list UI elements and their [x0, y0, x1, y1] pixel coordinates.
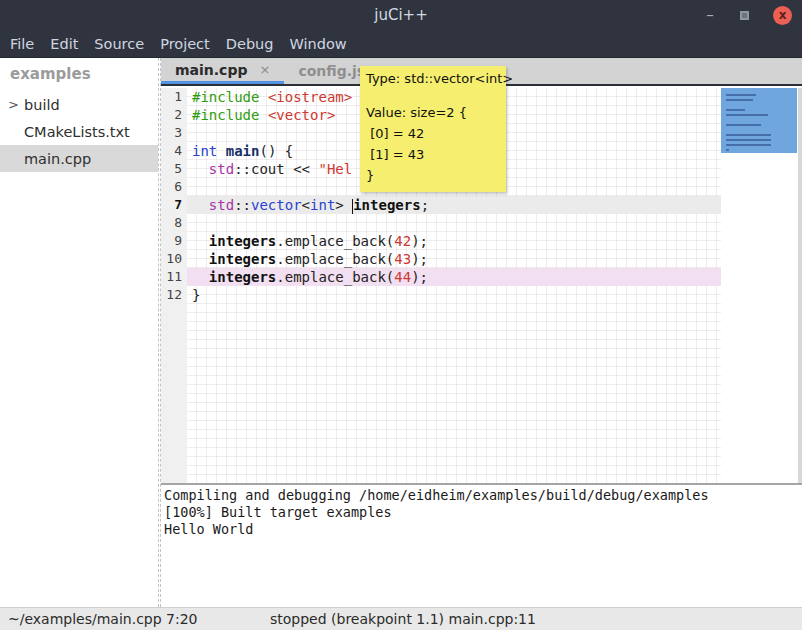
line-number[interactable]: 6 — [161, 178, 187, 196]
chevron-right-icon[interactable]: > — [8, 97, 24, 112]
minimap-code-line — [726, 134, 771, 136]
menu-item-window[interactable]: Window — [289, 36, 346, 52]
code-line[interactable]: 10 integers.emplace_back(43); — [161, 250, 721, 268]
tooltip-line: Type: std::vector<int> — [366, 70, 500, 88]
code-line-content[interactable]: integers.emplace_back(43); — [187, 250, 721, 268]
code-line[interactable]: 9 integers.emplace_back(42); — [161, 232, 721, 250]
line-number[interactable]: 12 — [161, 286, 187, 304]
file-tree-sidebar: examples >buildCMakeLists.txtmain.cpp — [0, 58, 158, 607]
editor-scrollbar[interactable] — [798, 88, 802, 483]
minimap-code-line — [726, 149, 729, 151]
minimap-viewport[interactable] — [721, 88, 797, 153]
line-number[interactable]: 9 — [161, 232, 187, 250]
menu-item-source[interactable]: Source — [94, 36, 144, 52]
tab-main-cpp[interactable]: main.cpp× — [161, 58, 284, 84]
line-number[interactable]: 1 — [161, 88, 187, 106]
sidebar-item-label: main.cpp — [24, 151, 91, 167]
tab-label: main.cpp — [175, 62, 247, 78]
line-number[interactable]: 4 — [161, 142, 187, 160]
sidebar-item-cmakelists-txt[interactable]: CMakeLists.txt — [0, 118, 158, 145]
tooltip-line: [1] = 43 — [366, 144, 500, 165]
tooltip-line: } — [366, 165, 500, 186]
minimap[interactable] — [721, 88, 797, 483]
output-line: [100%] Built target examples — [164, 504, 802, 521]
minimap-code-line — [726, 109, 745, 111]
menu-item-debug[interactable]: Debug — [226, 36, 274, 52]
minimap-code-line — [726, 99, 753, 101]
line-number[interactable]: 8 — [161, 214, 187, 232]
build-output-panel[interactable]: Compiling and debugging /home/eidheim/ex… — [161, 485, 802, 607]
code-line[interactable]: 8 — [161, 214, 721, 232]
sidebar-item-label: CMakeLists.txt — [24, 124, 130, 140]
menu-bar: FileEditSourceProjectDebugWindow — [0, 30, 802, 58]
menu-item-project[interactable]: Project — [160, 36, 210, 52]
code-line[interactable]: 12} — [161, 286, 721, 304]
code-line-content[interactable]: integers.emplace_back(42); — [187, 232, 721, 250]
debug-value-tooltip: Type: std::vector<int>Value: size=2 { [0… — [360, 66, 506, 192]
output-line: Hello World — [164, 521, 802, 538]
status-file-position: ~/examples/main.cpp 7:20 — [8, 611, 198, 627]
tooltip-line: Value: size=2 { — [366, 102, 500, 123]
output-line: Compiling and debugging /home/eidheim/ex… — [164, 487, 802, 504]
sidebar-item-main-cpp[interactable]: main.cpp — [0, 145, 158, 172]
sidebar-item-build[interactable]: >build — [0, 91, 158, 118]
line-number[interactable]: 3 — [161, 124, 187, 142]
window-title: juCi++ — [374, 6, 427, 24]
tooltip-line — [366, 88, 500, 102]
line-number[interactable]: 10 — [161, 250, 187, 268]
menu-item-file[interactable]: File — [10, 36, 34, 52]
code-line-content[interactable]: integers.emplace_back(44); — [187, 268, 721, 286]
code-line-content[interactable] — [187, 214, 721, 232]
line-number[interactable]: 7 — [161, 196, 187, 214]
close-button[interactable]: x — [773, 6, 792, 25]
minimap-code-line — [726, 139, 771, 141]
menu-item-edit[interactable]: Edit — [50, 36, 78, 52]
juci-window: juCi++ – x FileEditSourceProjectDebugWin… — [0, 0, 802, 630]
tab-close-icon[interactable]: × — [259, 62, 270, 77]
status-debug-state: stopped (breakpoint 1.1) main.cpp:11 — [270, 611, 536, 627]
line-number[interactable]: 5 — [161, 160, 187, 178]
code-line-content[interactable]: std::vector<int> integers; — [187, 196, 721, 214]
code-line[interactable]: 7 std::vector<int> integers; — [161, 196, 721, 214]
sidebar-item-label: build — [24, 97, 60, 113]
status-bar: ~/examples/main.cpp 7:20 stopped (breakp… — [0, 607, 802, 630]
minimize-button[interactable]: – — [704, 10, 716, 20]
minimap-code-line — [726, 114, 768, 116]
code-line[interactable]: 11 integers.emplace_back(44); — [161, 268, 721, 286]
tooltip-line: [0] = 42 — [366, 123, 500, 144]
code-line-content[interactable]: } — [187, 286, 721, 304]
minimap-code-line — [726, 94, 756, 96]
line-number[interactable]: 11 — [161, 268, 187, 286]
titlebar[interactable]: juCi++ – x — [0, 0, 802, 30]
maximize-button[interactable] — [740, 11, 749, 20]
project-root-label: examples — [0, 58, 158, 91]
minimap-code-line — [726, 144, 771, 146]
window-controls: – x — [704, 0, 792, 30]
line-number[interactable]: 2 — [161, 106, 187, 124]
minimap-code-line — [726, 124, 761, 126]
